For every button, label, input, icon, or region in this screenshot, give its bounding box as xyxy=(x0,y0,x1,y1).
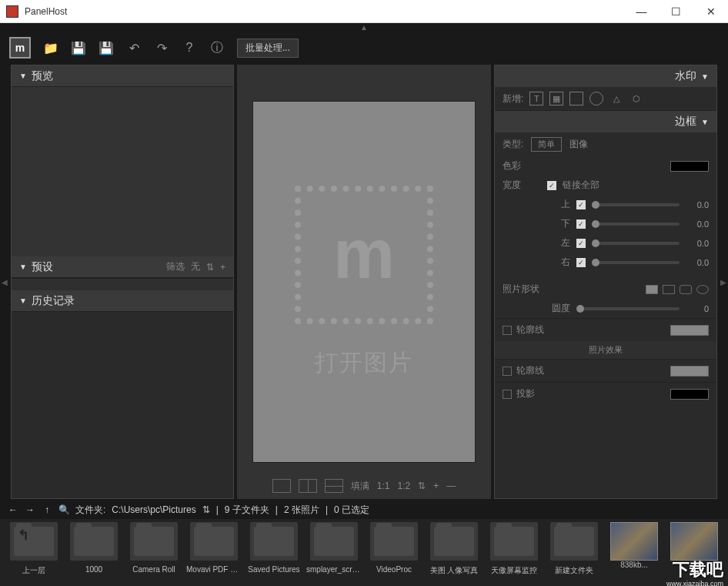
logo-icon[interactable]: m xyxy=(9,37,31,59)
thumb-folder[interactable]: Saved Pictures xyxy=(246,522,302,584)
add-hexagon-icon[interactable]: ⬡ xyxy=(629,92,643,105)
collapse-right[interactable]: ▶ xyxy=(719,63,728,501)
thumb-folder[interactable]: 天傲屏幕监控 xyxy=(486,522,542,584)
site-watermark: 下载吧 xyxy=(673,558,723,581)
nav-up-icon[interactable]: ↑ xyxy=(42,504,52,515)
type-image-button[interactable]: 图像 xyxy=(569,138,588,151)
collapse-left[interactable]: ◀ xyxy=(0,63,9,501)
filter-value[interactable]: 无 xyxy=(191,260,200,273)
info-icon[interactable]: ⓘ xyxy=(209,40,225,55)
shape-rect[interactable] xyxy=(646,285,658,294)
thumb-folder[interactable]: Camera Roll xyxy=(126,522,182,584)
chevron-down-icon: ▼ xyxy=(701,72,709,81)
add-text-icon[interactable]: T xyxy=(529,92,543,105)
chevron-down-icon: ▼ xyxy=(19,72,27,80)
thumb-photo[interactable]: 838kb... xyxy=(606,522,662,584)
path-updown-icon[interactable]: ⇅ xyxy=(202,504,210,515)
filter-updown-icon[interactable]: ⇅ xyxy=(206,262,214,273)
add-image-icon[interactable]: ▦ xyxy=(549,92,563,105)
bottom-slider[interactable] xyxy=(592,223,680,226)
top-row: 上 ✓ 0.0 xyxy=(495,195,716,214)
width-label: 宽度 xyxy=(503,179,541,192)
shadow-swatch[interactable] xyxy=(670,389,709,400)
type-simple-button[interactable]: 简单 xyxy=(531,137,562,152)
add-label: 新增: xyxy=(503,92,523,105)
zoom-out-icon[interactable]: — xyxy=(446,481,456,491)
thumb-folder[interactable]: 1000 xyxy=(66,522,122,584)
ratio-1-1[interactable]: 1:1 xyxy=(377,481,390,491)
thumb-folder[interactable]: Movavi PDF E... xyxy=(186,522,242,584)
shape-rounded[interactable] xyxy=(680,285,692,294)
thumb-folder[interactable]: VideoProc xyxy=(366,522,422,584)
open-folder-icon[interactable]: 📁 xyxy=(43,40,58,55)
history-header[interactable]: ▼ 历史记录 xyxy=(12,290,233,312)
maximize-button[interactable]: ☐ xyxy=(659,0,693,23)
fill-label[interactable]: 填满 xyxy=(351,480,369,493)
help-icon[interactable]: ? xyxy=(182,40,197,55)
canvas-placeholder[interactable]: m 打开图片 xyxy=(252,101,476,463)
batch-button[interactable]: 批量处理... xyxy=(237,39,299,58)
thumb-folder[interactable]: 新建文件夹 xyxy=(546,522,602,584)
close-button[interactable]: ✕ xyxy=(693,0,728,23)
save-as-icon[interactable]: 💾 xyxy=(99,40,114,55)
add-triangle-icon[interactable]: △ xyxy=(609,92,623,105)
save-icon[interactable]: 💾 xyxy=(71,40,86,55)
app-icon xyxy=(6,5,18,18)
bottom-row: 下 ✓ 0.0 xyxy=(495,214,716,233)
watermark-header[interactable]: 水印 ▼ xyxy=(495,65,716,87)
toolbar: m 📁 💾 💾 ↶ ↷ ? ⓘ 批量处理... xyxy=(0,32,728,63)
outline2-checkbox[interactable] xyxy=(503,367,512,376)
folder-icon xyxy=(250,522,298,561)
outline-label: 轮廓线 xyxy=(516,323,544,337)
nav-back-icon[interactable]: ← xyxy=(8,504,18,515)
shape-square[interactable] xyxy=(663,285,675,294)
ratio-1-2[interactable]: 1:2 xyxy=(397,481,410,491)
layout-single-icon[interactable] xyxy=(272,479,291,493)
left-slider[interactable] xyxy=(592,242,680,245)
layout-split-h-icon[interactable] xyxy=(325,479,343,493)
collapse-top[interactable]: ▲ xyxy=(0,23,728,32)
radius-slider[interactable] xyxy=(576,307,680,310)
folder-icon xyxy=(310,522,358,561)
undo-icon[interactable]: ↶ xyxy=(126,40,142,55)
zoom-updown-icon[interactable]: ⇅ xyxy=(418,481,426,491)
outline-swatch[interactable] xyxy=(670,325,709,336)
outline2-swatch[interactable] xyxy=(670,366,709,377)
outline-checkbox[interactable] xyxy=(503,326,512,335)
stamp-icon: m xyxy=(295,186,433,324)
top-checkbox[interactable]: ✓ xyxy=(576,200,586,209)
nav-forward-icon[interactable]: → xyxy=(25,504,35,515)
color-swatch[interactable] xyxy=(670,161,709,172)
link-all-checkbox[interactable]: ✓ xyxy=(547,181,556,190)
add-square-icon[interactable] xyxy=(569,92,583,105)
add-preset-icon[interactable]: + xyxy=(220,262,225,273)
thumb-label: Saved Pictures xyxy=(246,565,302,574)
chevron-down-icon: ▼ xyxy=(19,263,27,271)
redo-icon[interactable]: ↷ xyxy=(154,40,169,55)
right-slider[interactable] xyxy=(592,261,680,264)
bottom-checkbox[interactable]: ✓ xyxy=(576,219,586,229)
layout-split-v-icon[interactable] xyxy=(299,479,317,493)
preset-header[interactable]: ▼ 预设 筛选 无 ⇅ + xyxy=(12,256,233,278)
thumb-folder[interactable]: 美图 人像写真 xyxy=(426,522,482,584)
thumb-label: VideoProc xyxy=(366,565,422,574)
right-checkbox[interactable]: ✓ xyxy=(576,258,586,267)
site-watermark-url: www.xiazaiba.com xyxy=(666,580,723,586)
thumb-folder[interactable]: smplayer_scre... xyxy=(306,522,362,584)
border-header[interactable]: 边框 ▼ xyxy=(495,111,716,132)
left-checkbox[interactable]: ✓ xyxy=(576,239,586,248)
search-icon[interactable]: 🔍 xyxy=(58,504,69,515)
preset-label: 预设 xyxy=(32,260,53,274)
thumb-up[interactable]: ↰上一层 xyxy=(6,522,62,584)
watermark-label: 水印 xyxy=(675,69,696,83)
folder-path[interactable]: C:\Users\pc\Pictures xyxy=(112,504,195,515)
preview-header[interactable]: ▼ 预览 xyxy=(12,65,233,87)
top-slider[interactable] xyxy=(592,203,680,206)
right-side-label: 右 xyxy=(547,256,570,269)
shadow-checkbox[interactable] xyxy=(503,390,512,399)
shape-oval[interactable] xyxy=(696,285,709,294)
thumb-label: Camera Roll xyxy=(126,565,182,574)
minimize-button[interactable]: — xyxy=(624,0,659,23)
zoom-in-icon[interactable]: + xyxy=(433,481,439,491)
add-circle-icon[interactable] xyxy=(589,92,603,105)
